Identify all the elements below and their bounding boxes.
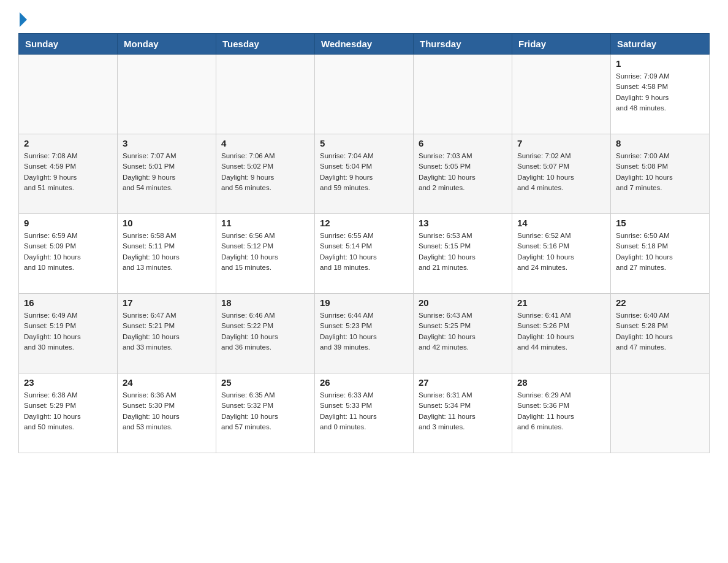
day-info: Sunrise: 6:43 AMSunset: 5:25 PMDaylight:… [419,310,507,353]
weekday-header-thursday: Thursday [414,34,512,55]
calendar-cell: 23Sunrise: 6:38 AMSunset: 5:29 PMDayligh… [19,373,118,453]
calendar-cell [19,55,118,134]
day-number: 1 [616,58,704,69]
calendar-cell: 21Sunrise: 6:41 AMSunset: 5:26 PMDayligh… [512,294,611,373]
calendar-cell: 10Sunrise: 6:58 AMSunset: 5:11 PMDayligh… [118,214,216,294]
day-number: 26 [320,377,408,388]
day-info: Sunrise: 7:03 AMSunset: 5:05 PMDaylight:… [419,151,507,193]
day-number: 13 [419,218,507,228]
calendar-cell: 3Sunrise: 7:07 AMSunset: 5:01 PMDaylight… [118,134,216,214]
day-info: Sunrise: 7:08 AMSunset: 4:59 PMDaylight:… [24,151,112,193]
week-row-5: 23Sunrise: 6:38 AMSunset: 5:29 PMDayligh… [19,373,710,453]
day-info: Sunrise: 6:55 AMSunset: 5:14 PMDaylight:… [320,231,408,273]
calendar-cell: 8Sunrise: 7:00 AMSunset: 5:08 PMDaylight… [611,134,710,214]
day-number: 21 [517,297,605,308]
day-number: 4 [221,138,309,148]
day-info: Sunrise: 6:58 AMSunset: 5:11 PMDaylight:… [123,231,211,273]
day-info: Sunrise: 6:52 AMSunset: 5:16 PMDaylight:… [517,231,605,273]
week-row-2: 2Sunrise: 7:08 AMSunset: 4:59 PMDaylight… [19,134,710,214]
calendar-cell: 11Sunrise: 6:56 AMSunset: 5:12 PMDayligh… [216,214,315,294]
day-number: 19 [320,297,408,308]
calendar-cell: 24Sunrise: 6:36 AMSunset: 5:30 PMDayligh… [118,373,216,453]
day-number: 24 [123,377,211,388]
calendar-cell: 12Sunrise: 6:55 AMSunset: 5:14 PMDayligh… [315,214,414,294]
day-info: Sunrise: 6:53 AMSunset: 5:15 PMDaylight:… [419,231,507,273]
day-info: Sunrise: 6:40 AMSunset: 5:28 PMDaylight:… [616,310,704,353]
calendar-cell: 20Sunrise: 6:43 AMSunset: 5:25 PMDayligh… [414,294,512,373]
day-number: 28 [517,377,605,388]
day-number: 15 [616,218,704,228]
weekday-header-saturday: Saturday [611,34,710,55]
weekday-header-tuesday: Tuesday [216,34,315,55]
day-number: 10 [123,218,211,228]
calendar-cell: 13Sunrise: 6:53 AMSunset: 5:15 PMDayligh… [414,214,512,294]
day-number: 12 [320,218,408,228]
day-info: Sunrise: 6:35 AMSunset: 5:32 PMDaylight:… [221,390,309,432]
day-info: Sunrise: 7:06 AMSunset: 5:02 PMDaylight:… [221,151,309,193]
day-number: 16 [24,297,112,308]
day-info: Sunrise: 6:38 AMSunset: 5:29 PMDaylight:… [24,390,112,432]
calendar-cell: 26Sunrise: 6:33 AMSunset: 5:33 PMDayligh… [315,373,414,453]
day-info: Sunrise: 6:46 AMSunset: 5:22 PMDaylight:… [221,310,309,353]
week-row-3: 9Sunrise: 6:59 AMSunset: 5:09 PMDaylight… [19,214,710,294]
week-row-4: 16Sunrise: 6:49 AMSunset: 5:19 PMDayligh… [19,294,710,373]
weekday-header-wednesday: Wednesday [315,34,414,55]
day-info: Sunrise: 6:49 AMSunset: 5:19 PMDaylight:… [24,310,112,353]
calendar-cell: 25Sunrise: 6:35 AMSunset: 5:32 PMDayligh… [216,373,315,453]
day-info: Sunrise: 6:41 AMSunset: 5:26 PMDaylight:… [517,310,605,353]
day-info: Sunrise: 7:00 AMSunset: 5:08 PMDaylight:… [616,151,704,193]
day-number: 23 [24,377,112,388]
day-info: Sunrise: 6:31 AMSunset: 5:34 PMDaylight:… [419,390,507,432]
day-number: 6 [419,138,507,148]
calendar-cell [611,373,710,453]
day-number: 7 [517,138,605,148]
calendar-cell: 27Sunrise: 6:31 AMSunset: 5:34 PMDayligh… [414,373,512,453]
calendar-cell [216,55,315,134]
calendar-table: SundayMondayTuesdayWednesdayThursdayFrid… [18,33,710,453]
weekday-header-sunday: Sunday [19,34,118,55]
calendar-cell: 4Sunrise: 7:06 AMSunset: 5:02 PMDaylight… [216,134,315,214]
day-info: Sunrise: 7:02 AMSunset: 5:07 PMDaylight:… [517,151,605,193]
calendar-cell: 15Sunrise: 6:50 AMSunset: 5:18 PMDayligh… [611,214,710,294]
day-info: Sunrise: 7:04 AMSunset: 5:04 PMDaylight:… [320,151,408,193]
day-info: Sunrise: 6:33 AMSunset: 5:33 PMDaylight:… [320,390,408,432]
day-number: 27 [419,377,507,388]
calendar-cell: 1Sunrise: 7:09 AMSunset: 4:58 PMDaylight… [611,55,710,134]
weekday-header-friday: Friday [512,34,611,55]
weekday-header-row: SundayMondayTuesdayWednesdayThursdayFrid… [19,34,710,55]
week-row-1: 1Sunrise: 7:09 AMSunset: 4:58 PMDaylight… [19,55,710,134]
calendar-cell: 6Sunrise: 7:03 AMSunset: 5:05 PMDaylight… [414,134,512,214]
day-number: 17 [123,297,211,308]
day-number: 18 [221,297,309,308]
calendar-cell: 16Sunrise: 6:49 AMSunset: 5:19 PMDayligh… [19,294,118,373]
page-header [18,12,710,27]
day-number: 22 [616,297,704,308]
calendar-cell: 17Sunrise: 6:47 AMSunset: 5:21 PMDayligh… [118,294,216,373]
day-info: Sunrise: 6:36 AMSunset: 5:30 PMDaylight:… [123,390,211,432]
day-number: 8 [616,138,704,148]
logo-arrow-icon [20,12,27,27]
day-info: Sunrise: 7:09 AMSunset: 4:58 PMDaylight:… [616,71,704,113]
day-info: Sunrise: 6:44 AMSunset: 5:23 PMDaylight:… [320,310,408,353]
calendar-cell: 28Sunrise: 6:29 AMSunset: 5:36 PMDayligh… [512,373,611,453]
day-number: 9 [24,218,112,228]
calendar-cell: 9Sunrise: 6:59 AMSunset: 5:09 PMDaylight… [19,214,118,294]
day-number: 14 [517,218,605,228]
calendar-cell [118,55,216,134]
day-info: Sunrise: 6:56 AMSunset: 5:12 PMDaylight:… [221,231,309,273]
calendar-cell: 18Sunrise: 6:46 AMSunset: 5:22 PMDayligh… [216,294,315,373]
weekday-header-monday: Monday [118,34,216,55]
day-number: 20 [419,297,507,308]
calendar-cell: 2Sunrise: 7:08 AMSunset: 4:59 PMDaylight… [19,134,118,214]
day-info: Sunrise: 6:29 AMSunset: 5:36 PMDaylight:… [517,390,605,432]
calendar-cell: 19Sunrise: 6:44 AMSunset: 5:23 PMDayligh… [315,294,414,373]
calendar-cell: 7Sunrise: 7:02 AMSunset: 5:07 PMDaylight… [512,134,611,214]
logo [18,12,27,27]
day-number: 25 [221,377,309,388]
day-number: 11 [221,218,309,228]
day-info: Sunrise: 6:47 AMSunset: 5:21 PMDaylight:… [123,310,211,353]
day-number: 5 [320,138,408,148]
day-number: 2 [24,138,112,148]
calendar-cell [315,55,414,134]
calendar-cell [512,55,611,134]
